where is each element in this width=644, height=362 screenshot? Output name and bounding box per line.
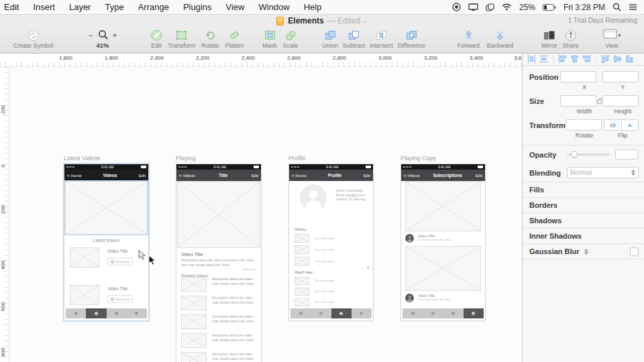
video-player-placeholder[interactable]	[177, 181, 260, 248]
nav-edit[interactable]: Edit	[364, 174, 370, 178]
mirror-button[interactable]: Mirror	[541, 29, 557, 49]
artboard-title[interactable]: Playing	[176, 155, 262, 162]
tab-item[interactable]	[311, 308, 331, 318]
view-dropdown-arrow-icon[interactable]: ▾	[619, 33, 621, 38]
artboard-profile[interactable]: Profile 9:41 AM <Home Profile Edit Name:…	[288, 155, 374, 321]
backward-button[interactable]: Backward	[487, 29, 514, 49]
artboard-title[interactable]: Playing Copy	[400, 155, 486, 162]
menu-arrange[interactable]: Arrange	[138, 2, 169, 12]
align-left-icon[interactable]	[558, 55, 567, 64]
section-inner-shadows[interactable]: Inner Shadows	[523, 228, 644, 243]
history-item[interactable]: Title of the video	[294, 234, 368, 240]
tab-item[interactable]	[352, 308, 372, 318]
related-video-item[interactable]: Description about the video main details…	[181, 277, 256, 286]
intersect-button[interactable]: Intersect	[370, 29, 393, 49]
related-video-item[interactable]: Description about the video main details…	[181, 352, 256, 361]
view-button[interactable]: ▾ View	[603, 29, 621, 49]
flip-vertical-button[interactable]	[621, 119, 639, 131]
position-x-input[interactable]	[560, 71, 596, 82]
design-canvas[interactable]: Latest Videos 9:41 AM <Home Videos Edit …	[9, 67, 522, 362]
watch-later-item[interactable]: Title of the video	[294, 298, 368, 304]
menu-view[interactable]: View	[226, 2, 245, 12]
thumbnail-placeholder[interactable]	[181, 314, 207, 329]
tab-bar[interactable]	[402, 308, 484, 318]
menu-window[interactable]: Window	[258, 2, 289, 12]
menu-layer[interactable]: Layer	[69, 2, 91, 12]
gaussian-blur-checkbox[interactable]	[630, 247, 639, 256]
difference-button[interactable]: Difference	[398, 29, 425, 49]
nav-edit[interactable]: Edit	[139, 174, 146, 178]
artboard-playing-copy[interactable]: Playing Copy 9:41 AM <Videos Subscriptio…	[400, 155, 486, 321]
phone-frame[interactable]: 9:41 AM <Home Profile Edit Name: Canvasf…	[288, 164, 374, 321]
nav-back[interactable]: <Videos	[404, 174, 420, 178]
section-borders[interactable]: Borders	[523, 197, 644, 213]
thumbnail-placeholder[interactable]	[294, 245, 309, 254]
thumbnail-placeholder[interactable]	[294, 257, 309, 265]
related-video-item[interactable]: Description about the video main details…	[181, 333, 256, 342]
related-video-item[interactable]: Description about the video main details…	[181, 314, 256, 323]
edit-button[interactable]: Edit	[151, 29, 162, 49]
artboard-playing[interactable]: Playing 9:41 AM <Videos Title Edit Video…	[176, 155, 262, 362]
opacity-slider-knob[interactable]	[571, 151, 578, 158]
tab-item[interactable]	[402, 308, 423, 318]
thumbnail-placeholder[interactable]	[181, 333, 207, 348]
align-right-icon[interactable]	[582, 55, 591, 64]
transform-button[interactable]: Transform	[168, 29, 196, 49]
flip-horizontal-button[interactable]	[604, 119, 621, 131]
thumbnail-placeholder[interactable]	[70, 247, 99, 267]
menu-plugins[interactable]: Plugins	[183, 2, 212, 12]
zoom-out-button[interactable]: −	[89, 31, 93, 40]
notification-center-icon[interactable]	[629, 3, 637, 11]
menu-type[interactable]: Type	[105, 2, 123, 12]
rotate-input[interactable]	[566, 119, 602, 131]
watch-later-item[interactable]: Title of the video	[294, 288, 368, 293]
blending-select[interactable]: Normal	[567, 167, 639, 178]
thumbnail-placeholder[interactable]	[70, 285, 99, 305]
nav-back[interactable]: <Home	[67, 174, 82, 178]
forward-button[interactable]: Forward	[458, 29, 480, 49]
align-bottom-icon[interactable]	[625, 55, 634, 64]
thumbnail-placeholder[interactable]	[294, 234, 309, 243]
zoom-in-button[interactable]: +	[113, 31, 117, 40]
tab-item[interactable]	[107, 308, 127, 318]
vertical-ruler[interactable]: -200 0 200 400 600 800	[0, 67, 9, 362]
align-center-horizontal-icon[interactable]	[570, 55, 579, 64]
opacity-slider[interactable]	[567, 154, 610, 156]
scale-button[interactable]: Scale	[283, 29, 299, 49]
related-video-item[interactable]: Description about the video main details…	[181, 296, 256, 304]
watch-now-button[interactable]: ▶ Watch Now	[107, 257, 133, 265]
thumbnail-placeholder[interactable]	[181, 277, 207, 292]
phone-frame[interactable]: 9:41 AM <Videos Title Edit Video Title D…	[176, 164, 262, 362]
rotate-button[interactable]: Rotate	[201, 29, 219, 49]
section-shadows[interactable]: Shadows	[523, 213, 644, 228]
tab-item[interactable]	[423, 308, 443, 318]
phone-frame[interactable]: 9:41 AM <Home Videos Edit Latest Videos …	[64, 164, 149, 321]
distribute-vertical-icon[interactable]	[539, 55, 548, 64]
expand-chevron-icon[interactable]: ▾	[367, 265, 369, 269]
flatten-button[interactable]: Flatten	[225, 29, 244, 49]
thumbnail-placeholder[interactable]	[294, 277, 309, 285]
mask-button[interactable]: Mask	[262, 29, 277, 49]
tab-item-active[interactable]	[331, 308, 352, 318]
menu-insert[interactable]: Insert	[33, 2, 55, 12]
screen-record-icon[interactable]	[452, 3, 461, 11]
thumbnail-placeholder[interactable]	[181, 352, 207, 362]
channel-row[interactable]: Video Title Description about the video	[405, 234, 481, 245]
thumbnail-placeholder[interactable]	[294, 288, 309, 296]
section-fills[interactable]: Fills	[523, 182, 644, 197]
width-input[interactable]	[560, 95, 596, 107]
subtract-button[interactable]: Subtract	[343, 29, 366, 49]
show-more-link[interactable]: Show more	[181, 267, 256, 271]
share-button[interactable]: Share	[563, 29, 579, 49]
lock-ratio-icon[interactable]	[597, 100, 602, 104]
nav-edit[interactable]: Edit	[476, 174, 482, 178]
menu-help[interactable]: Help	[304, 2, 322, 12]
align-middle-vertical-icon[interactable]	[613, 55, 622, 64]
artboard-latest-videos[interactable]: Latest Videos 9:41 AM <Home Videos Edit …	[64, 155, 149, 321]
thumbnail-placeholder[interactable]	[294, 298, 309, 306]
profile-avatar[interactable]	[300, 184, 327, 211]
video-player-placeholder[interactable]	[405, 246, 481, 291]
menu-clock[interactable]: Fri 3:28 PM	[564, 3, 605, 12]
tab-item[interactable]	[127, 308, 147, 318]
display-icon[interactable]	[468, 3, 478, 11]
